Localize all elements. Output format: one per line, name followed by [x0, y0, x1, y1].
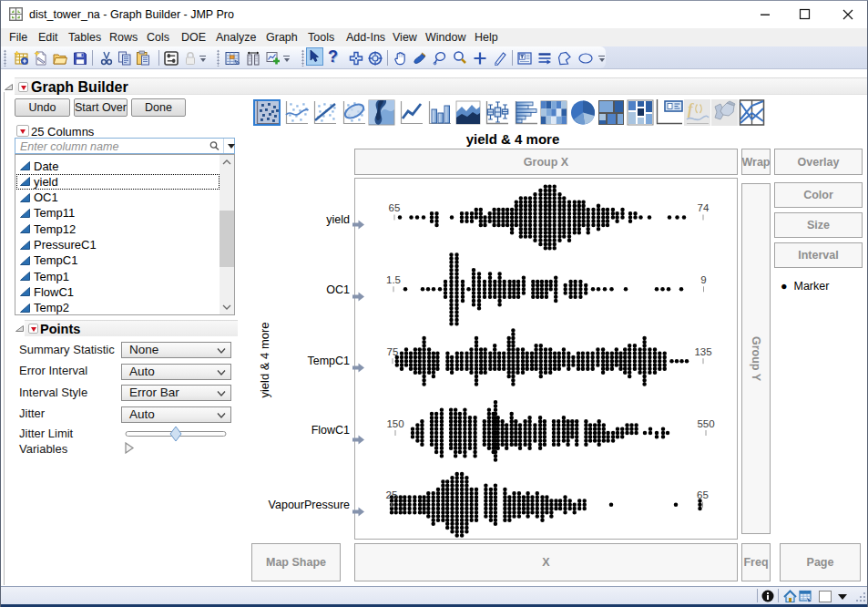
svg-text:9: 9 — [700, 274, 706, 285]
svg-text:65: 65 — [697, 489, 709, 500]
svg-text:1.5: 1.5 — [386, 274, 401, 285]
svg-text:74: 74 — [698, 202, 710, 213]
svg-text:75: 75 — [387, 346, 399, 357]
svg-text:25: 25 — [386, 489, 398, 500]
svg-text:150: 150 — [386, 418, 403, 429]
svg-text:550: 550 — [697, 418, 714, 429]
svg-text:135: 135 — [694, 346, 711, 357]
svg-text:65: 65 — [389, 202, 401, 213]
